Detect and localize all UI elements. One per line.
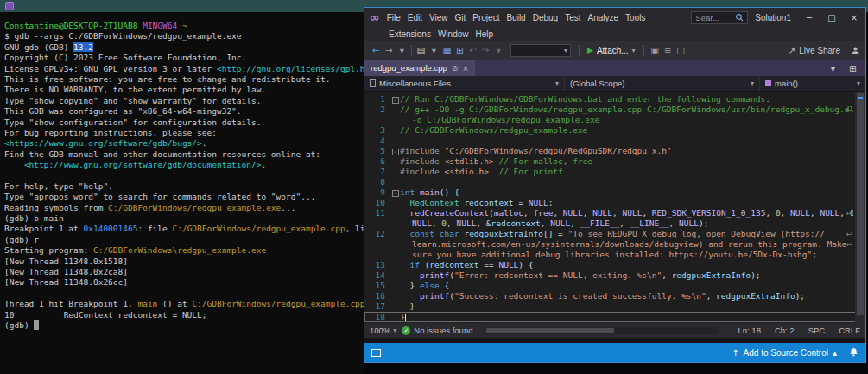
menu-edit[interactable]: Edit (404, 13, 426, 22)
tab-redgpu-example[interactable]: redgpu_example.cpp ⊘ × (364, 60, 475, 76)
editor-row[interactable]: 3// C:/GDBForWindows/redgpu_example.exe (364, 125, 865, 136)
new-file-chevron-icon[interactable]: ▾ (428, 45, 440, 55)
properties-window-icon[interactable]: ≡ (662, 45, 675, 55)
menu-build[interactable]: Build (503, 13, 529, 22)
editor-row[interactable]: 9-int main() { (364, 187, 865, 198)
editor-row[interactable]: 1-// Run C:/GDBForWindows/GDBForWindows.… (364, 94, 865, 105)
code-text[interactable]: learn.microsoft.com/en-us/sysinternals/d… (400, 239, 853, 250)
scope-dropdown[interactable]: (Global Scope) ▾ (565, 76, 760, 91)
editor-row[interactable]: 6#include <stdlib.h> // For malloc, free (364, 156, 865, 167)
code-text[interactable]: // Run C:/GDBForWindows/GDBForWindows.ba… (400, 94, 853, 105)
forward-icon[interactable]: → (383, 45, 396, 55)
code-editor[interactable]: 1-// Run C:/GDBForWindows/GDBForWindows.… (364, 92, 865, 323)
code-text[interactable]: redCreateContext(malloc, free, NULL, NUL… (400, 208, 853, 219)
menu-analyze[interactable]: Analyze (585, 13, 623, 22)
editor-row[interactable]: 8 (364, 177, 865, 187)
code-text[interactable]: if (redcontext == NULL) { (400, 260, 853, 270)
code-text[interactable]: // C:/GDBForWindows/redgpu_example.exe (400, 125, 853, 136)
background-tasks-icon[interactable] (371, 349, 381, 357)
nav-history-chevron-icon[interactable]: ▾ (396, 45, 409, 55)
menu-view[interactable]: View (426, 13, 452, 22)
editor-row[interactable]: learn.microsoft.com/en-us/sysinternals/d… (364, 239, 865, 250)
undo-chevron-icon[interactable]: ▾ (492, 45, 505, 55)
code-text[interactable]: // g++ -O0 -g C:/GDBForWindows/redgpu_ex… (400, 105, 853, 115)
code-text[interactable]: int main() { (400, 187, 853, 198)
menu-extensions[interactable]: Extensions (385, 29, 434, 39)
code-text[interactable]: } (400, 312, 853, 322)
editor-row[interactable]: sure you have additional debug libraries… (364, 250, 865, 260)
editor-row[interactable]: 18} (364, 312, 865, 322)
maximize-button[interactable]: □ (820, 8, 843, 27)
debug-target-icon[interactable]: ▢ (675, 45, 687, 55)
new-file-icon[interactable]: ▤ (415, 45, 428, 55)
configuration-dropdown[interactable]: ▾ (510, 44, 571, 57)
code-text[interactable]: } else { (400, 281, 853, 291)
code-text[interactable]: } (400, 301, 853, 312)
code-text[interactable]: NULL, 0, NULL, &redcontext, NULL, __FILE… (400, 219, 853, 229)
menu-git[interactable]: Git (452, 13, 470, 22)
code-text[interactable]: #include <stdlib.h> // For malloc, free (400, 156, 853, 167)
scrollbar-thumb[interactable] (857, 93, 864, 315)
indent-mode-indicator[interactable]: SPC (808, 326, 826, 335)
menu-test[interactable]: Test (561, 13, 584, 22)
add-to-source-control-button[interactable]: ↑ Add to Source Control ▴ (732, 348, 837, 358)
editor-row[interactable]: 12 const char redgpuxExtraInfo[] = "To s… (364, 229, 865, 239)
editor-row[interactable]: -o C:/GDBForWindows/redgpu_example.exe (364, 115, 865, 125)
document-list-chevron-icon[interactable]: ▾ (827, 63, 839, 73)
line-indicator[interactable]: Ln: 18 (738, 326, 761, 335)
minimize-button[interactable]: ─ (798, 8, 820, 27)
vs-titlebar[interactable]: ∞ FileEditViewGitProjectBuildDebugTestAn… (364, 8, 865, 27)
menu-file[interactable]: File (383, 13, 404, 22)
feedback-person-icon[interactable] (851, 46, 860, 55)
editor-row[interactable]: 14 printf("Error: redcontext == NULL, ex… (364, 270, 865, 281)
back-icon[interactable]: ← (370, 45, 383, 55)
column-indicator[interactable]: Ch: 2 (775, 326, 795, 335)
code-text[interactable]: const char redgpuxExtraInfo[] = "To see … (400, 229, 853, 239)
notifications-bell-icon[interactable] (849, 347, 858, 358)
fold-collapse-icon[interactable]: - (392, 190, 399, 197)
editor-row[interactable]: 2// g++ -O0 -g C:/GDBForWindows/redgpu_e… (364, 105, 865, 115)
menu-tools[interactable]: Tools (622, 13, 649, 22)
code-text[interactable]: RedContext redcontext = NULL; (400, 198, 853, 208)
code-text[interactable] (400, 177, 853, 187)
live-share-button[interactable]: ↗ Live Share (789, 46, 840, 55)
editor-row[interactable]: NULL, 0, NULL, &redcontext, NULL, __FILE… (364, 219, 865, 229)
terminal-window[interactable]: Constantine@DESKTOP-2T1UAB8 MINGW64 ~$ g… (0, 12, 364, 374)
fold-collapse-icon[interactable]: - (392, 149, 399, 155)
zoom-control[interactable]: 100% ▾ (370, 326, 396, 335)
menu-help[interactable]: Help (472, 29, 497, 39)
redo-icon[interactable]: ↷ (479, 45, 492, 55)
project-dropdown[interactable]: Miscellaneous Files ▾ (364, 76, 565, 91)
fold-collapse-icon[interactable]: - (392, 97, 399, 104)
vertical-scrollbar[interactable] (855, 92, 865, 323)
editor-row[interactable]: 13 if (redcontext == NULL) { (364, 260, 865, 270)
editor-row[interactable]: 15 } else { (364, 281, 865, 291)
menu-debug[interactable]: Debug (529, 13, 561, 22)
tab-pin-icon[interactable]: ⊘ (452, 64, 459, 73)
editor-row[interactable]: 11 redCreateContext(malloc, free, NULL, … (364, 208, 865, 219)
document-health-indicator[interactable]: ✓ No issues found (402, 326, 472, 335)
close-button[interactable]: × (843, 8, 865, 27)
code-text[interactable]: #include "C:/GDBForWindows/redgpu/RedGpu… (400, 146, 853, 156)
editor-row[interactable]: 4 (364, 136, 865, 146)
editor-row[interactable]: 10 RedContext redcontext = NULL; (364, 198, 865, 208)
save-icon[interactable]: ▦ (440, 45, 453, 55)
save-all-icon[interactable]: ⊞ (453, 45, 466, 55)
code-text[interactable]: printf("Success: redcontext is created s… (400, 291, 853, 301)
editor-row[interactable]: 5-#include "C:/GDBForWindows/redgpu/RedG… (364, 146, 865, 156)
horizontal-scrollbar[interactable] (485, 327, 717, 334)
editor-row[interactable]: 17 } (364, 301, 865, 312)
tab-close-icon[interactable]: × (462, 64, 469, 73)
code-text[interactable]: #include <stdio.h> // For printf (400, 167, 853, 177)
search-input[interactable]: Sear... (691, 11, 748, 24)
code-text[interactable]: -o C:/GDBForWindows/redgpu_example.exe (400, 115, 853, 125)
attach-debugger-button[interactable]: ▶ Attach... ▾ (584, 46, 639, 55)
code-text[interactable] (400, 136, 853, 146)
tab-options-icon[interactable]: ⊞ (846, 63, 859, 73)
code-text[interactable]: printf("Error: redcontext == NULL, exiti… (400, 270, 853, 281)
line-ending-indicator[interactable]: CRLF (839, 326, 860, 335)
editor-row[interactable]: 16 printf("Success: redcontext is create… (364, 291, 865, 301)
menu-window[interactable]: Window (434, 29, 472, 39)
menu-project[interactable]: Project (469, 13, 503, 22)
undo-icon[interactable]: ↶ (466, 45, 479, 55)
